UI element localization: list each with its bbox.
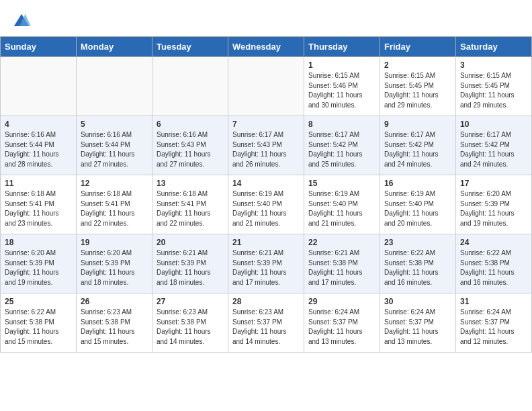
calendar-cell: 26Sunrise: 6:23 AMSunset: 5:38 PMDayligh… <box>77 293 152 353</box>
calendar-cell: 28Sunrise: 6:23 AMSunset: 5:37 PMDayligh… <box>228 293 304 353</box>
sunrise-label: Sunrise: 6:24 AM <box>384 308 435 316</box>
day-info: Sunrise: 6:22 AMSunset: 5:38 PMDaylight:… <box>384 248 451 287</box>
sunrise-label: Sunrise: 6:17 AM <box>384 131 435 138</box>
day-number: 23 <box>384 238 451 247</box>
sunset-label: Sunset: 5:43 PM <box>232 141 282 148</box>
calendar-cell: 3Sunrise: 6:15 AMSunset: 5:45 PMDaylight… <box>456 57 532 116</box>
calendar-cell <box>1 57 77 116</box>
day-number: 10 <box>460 120 527 129</box>
day-number: 20 <box>157 238 224 247</box>
day-number: 24 <box>460 238 527 247</box>
sunrise-label: Sunrise: 6:16 AM <box>157 131 208 138</box>
sunrise-label: Sunrise: 6:17 AM <box>460 131 511 138</box>
sunrise-label: Sunrise: 6:22 AM <box>5 308 56 316</box>
day-number: 6 <box>157 120 224 129</box>
sunset-label: Sunset: 5:39 PM <box>232 259 282 267</box>
daylight-label: Daylight: 11 hours and 25 minutes. <box>308 150 363 168</box>
day-number: 1 <box>308 60 375 70</box>
sunset-label: Sunset: 5:44 PM <box>81 141 130 148</box>
calendar-cell: 21Sunrise: 6:21 AMSunset: 5:39 PMDayligh… <box>228 234 304 293</box>
calendar-cell: 31Sunrise: 6:24 AMSunset: 5:37 PMDayligh… <box>456 293 532 353</box>
day-number: 4 <box>5 120 72 129</box>
daylight-label: Daylight: 11 hours and 14 minutes. <box>232 328 287 345</box>
day-info: Sunrise: 6:20 AMSunset: 5:39 PMDaylight:… <box>81 248 148 287</box>
daylight-label: Daylight: 11 hours and 13 minutes. <box>308 328 363 345</box>
day-number: 15 <box>308 179 375 188</box>
sunset-label: Sunset: 5:39 PM <box>5 259 54 267</box>
day-info: Sunrise: 6:21 AMSunset: 5:39 PMDaylight:… <box>157 248 224 287</box>
sunset-label: Sunset: 5:44 PM <box>5 141 54 148</box>
daylight-label: Daylight: 11 hours and 22 minutes. <box>157 210 211 227</box>
sunrise-label: Sunrise: 6:24 AM <box>460 308 511 316</box>
sunrise-label: Sunrise: 6:17 AM <box>308 131 359 138</box>
sunset-label: Sunset: 5:40 PM <box>384 200 434 208</box>
daylight-label: Daylight: 11 hours and 16 minutes. <box>460 269 515 286</box>
day-number: 17 <box>460 179 527 188</box>
sunset-label: Sunset: 5:45 PM <box>384 82 434 89</box>
calendar-cell <box>228 57 304 116</box>
day-number: 13 <box>157 179 224 188</box>
day-number: 12 <box>81 179 148 188</box>
calendar-cell: 10Sunrise: 6:17 AMSunset: 5:42 PMDayligh… <box>456 116 532 175</box>
sunset-label: Sunset: 5:45 PM <box>460 82 510 89</box>
day-info: Sunrise: 6:19 AMSunset: 5:40 PMDaylight:… <box>232 189 300 228</box>
weekday-header-sunday: Sunday <box>1 37 77 57</box>
sunset-label: Sunset: 5:38 PM <box>81 318 130 326</box>
weekday-header-monday: Monday <box>77 37 152 57</box>
daylight-label: Daylight: 11 hours and 27 minutes. <box>81 150 135 168</box>
sunrise-label: Sunrise: 6:21 AM <box>157 249 208 257</box>
sunset-label: Sunset: 5:37 PM <box>232 318 282 326</box>
sunset-label: Sunset: 5:43 PM <box>157 141 206 148</box>
sunrise-label: Sunrise: 6:22 AM <box>460 249 511 257</box>
daylight-label: Daylight: 11 hours and 15 minutes. <box>5 328 59 345</box>
sunset-label: Sunset: 5:42 PM <box>308 141 358 148</box>
sunset-label: Sunset: 5:39 PM <box>157 259 206 267</box>
day-number: 5 <box>81 120 148 129</box>
sunset-label: Sunset: 5:38 PM <box>460 259 510 267</box>
sunrise-label: Sunrise: 6:23 AM <box>81 308 132 316</box>
daylight-label: Daylight: 11 hours and 19 minutes. <box>460 210 515 227</box>
day-info: Sunrise: 6:18 AMSunset: 5:41 PMDaylight:… <box>5 189 72 228</box>
sunset-label: Sunset: 5:37 PM <box>308 318 358 326</box>
calendar-cell: 2Sunrise: 6:15 AMSunset: 5:45 PMDaylight… <box>380 57 456 116</box>
daylight-label: Daylight: 11 hours and 29 minutes. <box>460 91 515 109</box>
daylight-label: Daylight: 11 hours and 18 minutes. <box>157 269 211 286</box>
calendar-cell: 9Sunrise: 6:17 AMSunset: 5:42 PMDaylight… <box>380 116 456 175</box>
calendar-cell: 18Sunrise: 6:20 AMSunset: 5:39 PMDayligh… <box>1 234 77 293</box>
daylight-label: Daylight: 11 hours and 17 minutes. <box>308 269 363 286</box>
calendar-cell: 1Sunrise: 6:15 AMSunset: 5:46 PMDaylight… <box>304 57 380 116</box>
day-number: 18 <box>5 238 72 247</box>
sunset-label: Sunset: 5:46 PM <box>308 82 358 89</box>
day-info: Sunrise: 6:17 AMSunset: 5:42 PMDaylight:… <box>308 130 375 169</box>
daylight-label: Daylight: 11 hours and 16 minutes. <box>384 269 439 286</box>
daylight-label: Daylight: 11 hours and 24 minutes. <box>384 150 439 168</box>
daylight-label: Daylight: 11 hours and 26 minutes. <box>232 150 287 168</box>
day-info: Sunrise: 6:15 AMSunset: 5:45 PMDaylight:… <box>460 71 527 110</box>
day-info: Sunrise: 6:15 AMSunset: 5:46 PMDaylight:… <box>308 71 375 110</box>
sunset-label: Sunset: 5:37 PM <box>460 318 510 326</box>
page-header <box>0 0 532 36</box>
sunrise-label: Sunrise: 6:15 AM <box>308 72 359 79</box>
day-number: 16 <box>384 179 451 188</box>
weekday-header-thursday: Thursday <box>304 37 380 57</box>
day-number: 7 <box>232 120 300 129</box>
calendar-cell: 30Sunrise: 6:24 AMSunset: 5:37 PMDayligh… <box>380 293 456 353</box>
sunrise-label: Sunrise: 6:24 AM <box>308 308 359 316</box>
day-number: 14 <box>232 179 300 188</box>
day-info: Sunrise: 6:17 AMSunset: 5:42 PMDaylight:… <box>384 130 451 169</box>
calendar-cell: 13Sunrise: 6:18 AMSunset: 5:41 PMDayligh… <box>152 175 228 234</box>
day-info: Sunrise: 6:24 AMSunset: 5:37 PMDaylight:… <box>460 308 527 347</box>
daylight-label: Daylight: 11 hours and 22 minutes. <box>81 210 135 227</box>
sunrise-label: Sunrise: 6:21 AM <box>232 249 283 257</box>
daylight-label: Daylight: 11 hours and 12 minutes. <box>460 328 515 345</box>
calendar-cell: 8Sunrise: 6:17 AMSunset: 5:42 PMDaylight… <box>304 116 380 175</box>
day-number: 21 <box>232 238 300 247</box>
day-info: Sunrise: 6:23 AMSunset: 5:38 PMDaylight:… <box>81 308 148 347</box>
sunset-label: Sunset: 5:38 PM <box>384 259 434 267</box>
sunrise-label: Sunrise: 6:23 AM <box>232 308 283 316</box>
calendar-cell: 27Sunrise: 6:23 AMSunset: 5:38 PMDayligh… <box>152 293 228 353</box>
day-number: 28 <box>232 297 300 306</box>
daylight-label: Daylight: 11 hours and 21 minutes. <box>232 210 287 227</box>
weekday-header-saturday: Saturday <box>456 37 532 57</box>
calendar-cell: 15Sunrise: 6:19 AMSunset: 5:40 PMDayligh… <box>304 175 380 234</box>
